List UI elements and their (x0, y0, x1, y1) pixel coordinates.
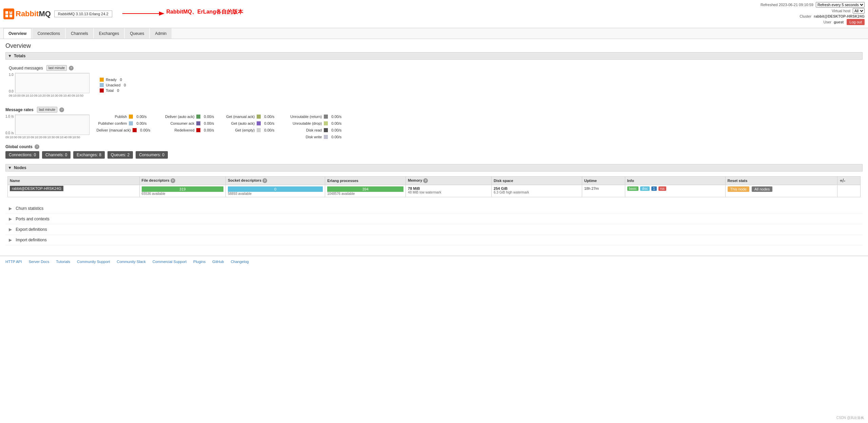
header: RabbitMQ RabbitMQ 3.10.13 Erlang 24.2 Ra… (0, 0, 868, 28)
footer-commercial-support[interactable]: Commercial Support (153, 260, 186, 264)
count-queues[interactable]: Queues: 2 (107, 151, 133, 159)
col-file-desc: File descriptors ? (139, 177, 225, 185)
import-definitions[interactable]: ▶ Import definitions (5, 235, 863, 245)
chart-y-top: 1.0 (9, 73, 14, 77)
col-plus-minus[interactable]: +/- (837, 177, 861, 185)
rate-deliver-auto-value: 0.00/s (204, 115, 214, 119)
all-nodes-button[interactable]: All nodes (752, 186, 772, 192)
tab-admin[interactable]: Admin (150, 28, 172, 39)
rate-publisher-confirm-color (129, 121, 133, 125)
footer-server-docs[interactable]: Server Docs (29, 260, 50, 264)
footer-changelog[interactable]: Changelog (231, 260, 249, 264)
legend-unacked-value: 0 (124, 83, 126, 87)
rate-disk-write-color (324, 135, 328, 139)
logo-text: RabbitMQ (16, 9, 51, 18)
footer-tutorials[interactable]: Tutorials (56, 260, 70, 264)
rate-consumer-ack-color (196, 121, 200, 125)
ports-contexts[interactable]: ▶ Ports and contexts (5, 214, 863, 224)
virtual-host-label: Virtual host (832, 9, 850, 13)
rate-consumer-ack: Consumer ack 0.00/s (160, 121, 214, 125)
rabbitmq-logo-icon (3, 8, 14, 19)
tab-queues[interactable]: Queues (125, 28, 149, 39)
help-icon-rates[interactable]: ? (59, 107, 64, 112)
queued-chart-box: 1.0 0.0 09:10:00 09:10:10 09:10:20 (9, 73, 90, 97)
rates-chart (15, 115, 90, 135)
import-label: Import definitions (16, 238, 46, 242)
refresh-select[interactable]: Refresh every 5 seconds (816, 2, 865, 7)
legend-unacked: Unacked 0 (100, 83, 126, 87)
help-icon-global[interactable]: ? (35, 144, 39, 149)
export-definitions[interactable]: ▶ Export definitions (5, 224, 863, 235)
rate-redelivered-label: Redelivered (160, 128, 194, 132)
svg-rect-0 (3, 8, 14, 19)
nodes-toggle-icon: ▼ (8, 165, 12, 170)
node-reset-stats-cell: This node All nodes (725, 185, 837, 197)
footer-community-slack[interactable]: Community Slack (117, 260, 146, 264)
rates-timespan-badge: last minute (37, 107, 57, 113)
footer-community-support[interactable]: Community Support (77, 260, 110, 264)
rate-deliver-auto-color (196, 115, 200, 119)
footer-github[interactable]: GitHub (212, 260, 224, 264)
rate-unroutable-return: Unroutable (return) 0.00/s (284, 115, 341, 119)
cluster-row: Cluster rabbit@DESKTOP-HRSK24G (761, 14, 865, 18)
rate-deliver-auto-label: Deliver (auto ack) (160, 115, 194, 119)
footer-plugins[interactable]: Plugins (193, 260, 205, 264)
churn-statistics[interactable]: ▶ Churn statistics (5, 203, 863, 214)
count-channels[interactable]: Channels: 0 (42, 151, 71, 159)
count-connections[interactable]: Connections: 0 (5, 151, 39, 159)
rate-disk-write-label: Disk write (284, 135, 322, 139)
help-icon-socket-desc[interactable]: ? (262, 178, 267, 183)
version-badge: RabbitMQ 3.10.13 Erlang 24.2 (54, 11, 112, 17)
churn-label: Churn statistics (16, 206, 43, 211)
cluster-value: rabbit@DESKTOP-HRSK24G (814, 14, 865, 18)
virtual-host-select[interactable]: All (853, 8, 865, 14)
count-consumers[interactable]: Consumers: 0 (136, 151, 168, 159)
nodes-section: ▼ Nodes Name File descriptors ? Socket d… (5, 164, 863, 199)
rate-unroutable-drop-label: Unroutable (drop) (284, 121, 322, 125)
count-exchanges[interactable]: Exchanges: 8 (73, 151, 105, 159)
node-memory-cell: 78 MiB 48 MiB low watermark (406, 185, 492, 197)
global-counts-header: Global counts ? (5, 144, 863, 149)
message-rates-header-row: Message rates last minute ? (5, 107, 863, 113)
logout-button[interactable]: Log out (847, 19, 865, 25)
refreshed-row: Refreshed 2023-06-21 09:10:59 Refresh ev… (761, 2, 865, 7)
legend-ready-label: Ready (106, 78, 117, 82)
legend-ready-value: 0 (120, 78, 122, 82)
totals-legend: Ready 0 Unacked 0 Total 0 (96, 73, 126, 97)
user-row: User guest Log out (761, 19, 865, 25)
nodes-section-header[interactable]: ▼ Nodes (5, 164, 863, 172)
version-text: RabbitMQ 3.10.13 Erlang 24.2 (58, 12, 108, 16)
help-icon-memory[interactable]: ? (423, 178, 428, 183)
tab-overview[interactable]: Overview (3, 28, 32, 39)
rate-get-auto-color (257, 121, 261, 125)
tab-connections[interactable]: Connections (32, 28, 65, 39)
rate-get-auto-value: 0.00/s (264, 121, 274, 125)
rate-get-auto: Get (auto ack) 0.00/s (224, 121, 274, 125)
footer-http-api[interactable]: HTTP API (5, 260, 22, 264)
rate-unroutable-return-value: 0.00/s (331, 115, 341, 119)
col-uptime: Uptime (582, 177, 625, 185)
rate-get-auto-label: Get (auto ack) (224, 121, 255, 125)
legend-total-color (100, 88, 104, 93)
help-icon-queued[interactable]: ? (69, 66, 74, 70)
node-empty-cell (837, 185, 861, 197)
rates-chart-box: 1.0 /s 0.0 /s 09:10:00 09:10:10 09:10:20… (5, 115, 90, 139)
file-desc-sub: 65536 available (142, 192, 223, 196)
totals-section-header[interactable]: ▼ Totals (5, 52, 863, 60)
help-icon-file-desc[interactable]: ? (171, 178, 175, 183)
nodes-content: Name File descriptors ? Socket descripto… (5, 174, 863, 199)
col-name: Name (8, 177, 140, 185)
uptime-value: 18h 27m (584, 186, 599, 190)
nodes-table: Name File descriptors ? Socket descripto… (7, 176, 861, 197)
rate-redelivered: Redelivered 0.00/s (160, 128, 214, 132)
svg-point-5 (10, 11, 12, 13)
tab-exchanges[interactable]: Exchanges (94, 28, 124, 39)
queued-messages-label: Queued messages (9, 66, 43, 70)
rates-col-4: Unroutable (return) 0.00/s Unroutable (d… (284, 115, 341, 139)
rate-get-manual-color (257, 115, 261, 119)
this-node-button[interactable]: This node (728, 186, 749, 192)
disk-value: 254 GiB (494, 186, 580, 190)
rate-deliver-manual: Deliver (manual ack) 0.00/s (96, 128, 150, 132)
rate-publish: Publish 0.00/s (96, 115, 150, 119)
tab-channels[interactable]: Channels (66, 28, 93, 39)
